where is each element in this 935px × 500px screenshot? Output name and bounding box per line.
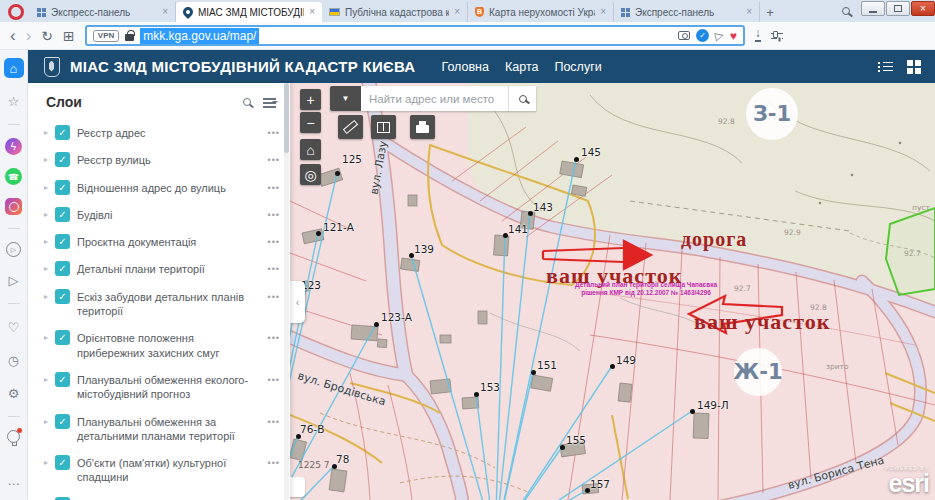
layer-menu-icon[interactable]: ••• (268, 155, 280, 165)
search-dropdown-icon[interactable]: ▼ (330, 86, 361, 111)
layer-menu-icon[interactable]: ••• (268, 128, 280, 138)
speed-dial-grid-icon[interactable]: ⊞ (63, 29, 75, 43)
snapshot-icon[interactable] (678, 31, 690, 40)
zoom-out-button[interactable]: − (300, 112, 321, 133)
browser-tab[interactable]: Экспресс-панель× (30, 2, 176, 22)
minimize-button[interactable] (861, 1, 885, 16)
layer-checkbox[interactable]: ✓ (55, 152, 70, 167)
hints-icon[interactable] (7, 430, 20, 443)
address-dot (610, 364, 615, 369)
home-extent-button[interactable]: ⌂ (300, 139, 321, 160)
expand-caret-icon[interactable]: ▸ (44, 292, 48, 301)
instagram-icon[interactable] (5, 198, 22, 215)
layer-menu-icon[interactable]: ••• (268, 333, 280, 343)
expand-caret-icon[interactable]: ▸ (44, 375, 48, 384)
swipe-tool-button[interactable] (371, 115, 396, 139)
messenger-icon[interactable]: ϟ (5, 138, 22, 155)
layer-checkbox[interactable]: ✓ (55, 180, 70, 195)
expand-caret-icon[interactable]: ▸ (44, 333, 48, 342)
expand-caret-icon[interactable]: ▸ (44, 183, 48, 192)
map-canvas[interactable]: 125121-А123123-А139141143145149149-Л1511… (290, 83, 935, 500)
url-field[interactable]: VPN mkk.kga.gov.ua/map/ ✓ ▷ ♥ (85, 25, 745, 46)
expand-caret-icon[interactable]: ▸ (44, 417, 48, 426)
tab-close-icon[interactable]: × (600, 7, 606, 17)
expand-caret-icon[interactable]: ▸ (44, 264, 48, 273)
layer-search-icon[interactable] (243, 98, 251, 106)
bookmark-heart-icon[interactable]: ♥ (730, 29, 737, 43)
layer-row: ▸✓Орієнтовне положення прибережних захис… (28, 324, 290, 366)
opera-logo-icon[interactable] (8, 4, 24, 20)
layer-filter-icon[interactable] (263, 97, 276, 107)
tab-close-icon[interactable]: × (746, 7, 752, 17)
player-icon[interactable]: ▷ (6, 242, 21, 257)
tab-search-icon[interactable] (842, 1, 850, 19)
send-to-flow-icon[interactable]: ▷ (714, 28, 726, 43)
layer-checkbox[interactable]: ✓ (55, 207, 70, 222)
layer-menu-icon[interactable]: ••• (268, 375, 280, 385)
layer-menu-icon[interactable]: ••• (268, 458, 280, 468)
measure-tool-button[interactable] (338, 115, 363, 139)
back-icon[interactable]: ‹ (10, 27, 16, 44)
tab-close-icon[interactable]: × (162, 7, 168, 17)
panel-collapse-handle[interactable]: ‹ (290, 281, 305, 323)
url-text[interactable]: mkk.kga.gov.ua/map/ (140, 28, 259, 44)
tab-close-icon[interactable]: × (454, 7, 460, 17)
search-go-icon[interactable] (508, 86, 536, 111)
map-search-input[interactable] (361, 86, 508, 111)
extension-badge-icon[interactable]: ✓ (696, 29, 709, 42)
heart-icon[interactable]: ♡ (4, 317, 24, 337)
downloads-icon[interactable]: ↓ (755, 29, 761, 42)
layer-menu-icon[interactable]: ••• (268, 264, 280, 274)
map-corner-widget[interactable] (290, 477, 305, 497)
speed-dial-home-icon[interactable]: ⌂ (4, 58, 24, 78)
layer-menu-icon[interactable]: ••• (268, 237, 280, 247)
zoom-in-button[interactable]: + (300, 89, 321, 110)
expand-caret-icon[interactable]: ▸ (44, 458, 48, 467)
expand-caret-icon[interactable]: ▸ (44, 128, 48, 137)
browser-tab[interactable]: МІАС ЗМД МІСТОБУДІВНИЙ× (176, 2, 322, 22)
browser-tab[interactable]: BКарта нерухомості України× (468, 2, 614, 22)
nav-item-карта[interactable]: Карта (505, 60, 538, 74)
expand-caret-icon[interactable]: ▸ (44, 210, 48, 219)
legend-list-icon[interactable] (878, 61, 893, 73)
locate-button[interactable]: ◎ (300, 164, 321, 185)
history-icon[interactable]: ◷ (4, 350, 24, 370)
browser-tab[interactable]: Публічна кадастрова карта× (322, 2, 468, 22)
maximize-button[interactable] (886, 1, 910, 16)
layer-menu-icon[interactable]: ••• (268, 292, 280, 302)
layer-checkbox[interactable]: ✓ (55, 289, 70, 304)
browser-tab[interactable]: Экспресс-панель× (614, 2, 760, 22)
close-button[interactable]: × (911, 1, 935, 16)
whatsapp-icon[interactable]: ☎ (5, 168, 22, 185)
easy-setup-icon[interactable] (771, 31, 783, 41)
new-tab-button[interactable]: + (760, 5, 780, 20)
tab-close-icon[interactable]: × (309, 7, 315, 17)
layer-checkbox[interactable]: ✓ (55, 125, 70, 140)
layer-menu-icon[interactable]: ••• (268, 417, 280, 427)
layer-label: Відношення адрес до вулиць (77, 180, 261, 195)
layer-checkbox[interactable]: ✓ (55, 234, 70, 249)
forward-icon[interactable]: › (26, 27, 32, 44)
nav-item-послуги[interactable]: Послуги (554, 60, 601, 74)
more-icon[interactable]: ⋯ (4, 474, 24, 494)
panel-scrollbar[interactable] (284, 83, 289, 500)
apps-grid-icon[interactable] (907, 60, 921, 74)
layer-checkbox[interactable]: ✓ (55, 455, 70, 470)
reload-icon[interactable]: ↻ (41, 29, 53, 43)
vpn-badge[interactable]: VPN (93, 30, 119, 42)
expand-caret-icon[interactable]: ▸ (44, 237, 48, 246)
nav-item-головна[interactable]: Головна (441, 60, 489, 74)
layer-menu-icon[interactable]: ••• (268, 183, 280, 193)
expand-caret-icon[interactable]: ▸ (44, 155, 48, 164)
layer-checkbox[interactable]: ✓ (55, 372, 70, 387)
my-flow-icon[interactable]: ▷ (4, 270, 24, 290)
settings-icon[interactable]: ⚙ (4, 383, 24, 403)
layer-checkbox[interactable]: ✓ (55, 414, 70, 429)
layer-menu-icon[interactable]: ••• (268, 210, 280, 220)
bookmarks-icon[interactable]: ☆ (4, 91, 24, 111)
print-tool-button[interactable] (410, 115, 435, 139)
layer-checkbox[interactable]: ✓ (55, 261, 70, 276)
layer-checkbox[interactable]: ✓ (55, 330, 70, 345)
layers-panel-title: Слои (46, 94, 243, 110)
speed-dial-favicon (37, 8, 46, 17)
